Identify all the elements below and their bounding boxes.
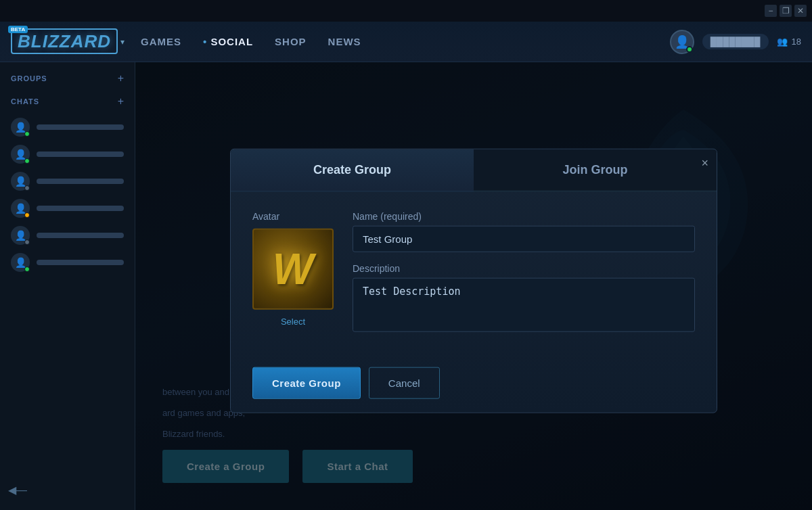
group-name-input[interactable] bbox=[353, 226, 695, 252]
user-icon: 👤 bbox=[15, 122, 26, 133]
user-icon: 👤 bbox=[15, 257, 26, 268]
avatar: 👤 bbox=[11, 145, 30, 164]
user-icon: 👤 bbox=[15, 176, 26, 187]
online-status-dot bbox=[686, 46, 693, 53]
minimize-button[interactable]: − bbox=[765, 5, 777, 17]
name-field-group: Name (required) bbox=[353, 211, 695, 252]
user-name-bar bbox=[37, 233, 124, 238]
main-area: GROUPS + CHATS + 👤 👤 👤 bbox=[0, 62, 812, 510]
list-item[interactable]: 👤 bbox=[0, 114, 135, 141]
nav-social[interactable]: SOCIAL bbox=[203, 36, 253, 47]
avatar: 👤 bbox=[11, 253, 30, 272]
content-area: between you and a ard games and apps, Bl… bbox=[135, 62, 812, 510]
logo-area: BETA BLIZZARD ▾ bbox=[11, 31, 125, 52]
name-label: Name (required) bbox=[353, 211, 695, 222]
avatar-letter: W bbox=[273, 244, 313, 294]
chats-section-header: CHATS + bbox=[0, 93, 135, 110]
dialog-close-button[interactable]: × bbox=[701, 156, 708, 170]
form-fields: Name (required) Description Test Descrip… bbox=[353, 211, 695, 335]
user-name-bar bbox=[37, 179, 124, 184]
nav-dropdown-icon[interactable]: ▾ bbox=[120, 37, 125, 47]
avatar-label: Avatar bbox=[252, 211, 279, 222]
username-display[interactable]: ████████ bbox=[702, 34, 769, 49]
dialog-body: Avatar W Select Name (required) bbox=[231, 192, 717, 354]
friends-number: 18 bbox=[792, 37, 801, 47]
user-icon: 👤 bbox=[15, 230, 26, 241]
title-bar: − ❐ ✕ bbox=[0, 0, 812, 22]
groups-label: GROUPS bbox=[11, 74, 47, 83]
avatar: 👤 bbox=[11, 172, 30, 191]
tab-create-group[interactable]: Create Group bbox=[231, 149, 474, 192]
status-badge bbox=[24, 266, 30, 272]
restore-button[interactable]: ❐ bbox=[780, 5, 792, 17]
description-field-group: Description Test Description bbox=[353, 263, 695, 335]
friends-icon: 👥 bbox=[777, 37, 788, 47]
user-name-bar bbox=[37, 124, 124, 130]
nav-news[interactable]: NEWS bbox=[328, 36, 361, 47]
groups-section-header: GROUPS + bbox=[0, 70, 135, 87]
avatar: 👤 bbox=[11, 118, 30, 137]
user-icon: 👤 bbox=[15, 149, 26, 160]
nav-right: 👤 ████████ 👥 18 bbox=[670, 30, 801, 54]
dialog-tabs: Create Group Join Group bbox=[231, 149, 717, 192]
list-item[interactable]: 👤 bbox=[0, 249, 135, 276]
status-badge bbox=[24, 212, 30, 218]
list-item[interactable]: 👤 bbox=[0, 222, 135, 249]
chats-label: CHATS bbox=[11, 97, 39, 106]
nav-shop[interactable]: SHOP bbox=[275, 36, 307, 47]
create-group-button[interactable]: Create Group bbox=[252, 367, 361, 399]
avatar: 👤 bbox=[11, 226, 30, 245]
user-icon: 👤 bbox=[15, 203, 26, 214]
group-description-input[interactable]: Test Description bbox=[353, 278, 695, 332]
user-name-bar bbox=[37, 260, 124, 265]
sidebar: GROUPS + CHATS + 👤 👤 👤 bbox=[0, 62, 135, 510]
logo-badge: BETA BLIZZARD bbox=[11, 31, 118, 52]
form-row: Avatar W Select Name (required) bbox=[252, 211, 695, 335]
status-badge bbox=[24, 239, 30, 245]
list-item[interactable]: 👤 bbox=[0, 168, 135, 195]
status-badge bbox=[24, 158, 30, 164]
status-badge bbox=[24, 131, 30, 137]
collapse-sidebar-button[interactable]: ◀— bbox=[8, 484, 27, 496]
dialog-footer: Create Group Cancel bbox=[231, 354, 717, 413]
avatar-image: W bbox=[252, 229, 334, 310]
friends-count[interactable]: 👥 18 bbox=[777, 37, 801, 47]
avatar-section: Avatar W Select bbox=[252, 211, 334, 327]
cancel-button[interactable]: Cancel bbox=[369, 367, 440, 399]
close-window-button[interactable]: ✕ bbox=[794, 5, 807, 17]
avatar-select-link[interactable]: Select bbox=[281, 317, 305, 327]
user-name-bar bbox=[37, 152, 124, 157]
list-item[interactable]: 👤 bbox=[0, 195, 135, 222]
list-item[interactable]: 👤 bbox=[0, 141, 135, 168]
user-avatar-nav[interactable]: 👤 bbox=[670, 30, 694, 54]
user-name-bar bbox=[37, 206, 124, 211]
avatar: 👤 bbox=[11, 199, 30, 218]
nav-links: GAMES SOCIAL SHOP NEWS bbox=[141, 36, 670, 47]
tab-join-group[interactable]: Join Group bbox=[474, 149, 717, 192]
navbar: BETA BLIZZARD ▾ GAMES SOCIAL SHOP NEWS 👤… bbox=[0, 22, 812, 62]
status-badge bbox=[24, 185, 30, 191]
add-chat-button[interactable]: + bbox=[118, 96, 124, 107]
nav-games[interactable]: GAMES bbox=[141, 36, 181, 47]
add-group-button[interactable]: + bbox=[118, 73, 124, 84]
create-group-dialog: × Create Group Join Group Avatar W Selec… bbox=[230, 149, 717, 413]
beta-badge: BETA bbox=[8, 26, 28, 33]
description-label: Description bbox=[353, 263, 695, 274]
